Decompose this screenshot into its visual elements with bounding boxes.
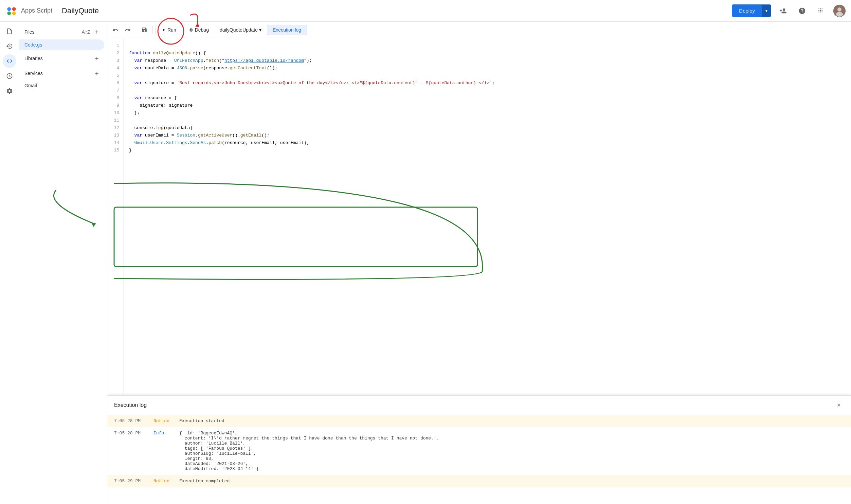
exec-log-entry-1: 7:05:28 PM Info { _id: 'BqgeoqEdwnAQ', c… bbox=[107, 427, 851, 475]
run-button-label: Run bbox=[167, 27, 176, 33]
svg-point-4 bbox=[12, 11, 16, 15]
add-library-button[interactable] bbox=[92, 54, 102, 63]
avatar-image bbox=[833, 5, 846, 17]
close-icon: × bbox=[837, 402, 841, 409]
files-label: Files bbox=[24, 29, 35, 35]
exec-message-1: { _id: 'BqgeoqEdwnAQ', content: 'I\'d ra… bbox=[179, 431, 844, 471]
redo-button[interactable] bbox=[122, 24, 133, 35]
main-layout: Files A↕Z Code.gs Libraries bbox=[0, 22, 851, 504]
line-num-8: 8 bbox=[107, 94, 123, 102]
add-person-icon bbox=[779, 7, 787, 15]
logo-area: Apps Script bbox=[5, 5, 52, 17]
exec-message-0: Execution started bbox=[179, 418, 844, 424]
apps-grid-icon bbox=[817, 7, 825, 15]
apps-script-logo bbox=[5, 5, 18, 17]
svg-point-7 bbox=[837, 7, 841, 12]
line-num-15: 15 bbox=[107, 147, 123, 154]
exec-level-0: Notice bbox=[153, 418, 174, 424]
line-num-9: 9 bbox=[107, 102, 123, 109]
line-num-1: 1 bbox=[107, 42, 123, 50]
add-service-icon bbox=[94, 71, 99, 76]
exec-log-title: Execution log bbox=[114, 402, 147, 408]
sidebar-item-code[interactable] bbox=[3, 54, 16, 68]
sidebar-item-history[interactable] bbox=[3, 39, 16, 53]
run-button[interactable]: Run bbox=[156, 25, 182, 35]
editor-toolbar: Run Debug dailyQuoteUpdate ▾ Execution l… bbox=[107, 22, 851, 38]
exec-log-close-button[interactable]: × bbox=[833, 400, 844, 411]
function-dropdown-arrow: ▾ bbox=[259, 27, 261, 33]
app-title: Apps Script bbox=[21, 7, 52, 14]
apps-grid-button[interactable] bbox=[814, 4, 828, 18]
code-icon bbox=[6, 58, 13, 65]
file-panel: Files A↕Z Code.gs Libraries bbox=[19, 22, 107, 504]
function-name-label: dailyQuoteUpdate bbox=[220, 27, 258, 33]
run-icon bbox=[161, 28, 166, 32]
sort-files-button[interactable]: A↕Z bbox=[81, 27, 91, 37]
line-num-14: 14 bbox=[107, 139, 123, 147]
line-num-10: 10 bbox=[107, 109, 123, 117]
sidebar-item-triggers[interactable] bbox=[3, 69, 16, 83]
line-num-4: 4 bbox=[107, 65, 123, 72]
execution-log-label: Execution log bbox=[273, 27, 301, 33]
services-section-header: Services bbox=[19, 65, 107, 80]
add-service-button[interactable] bbox=[92, 69, 102, 78]
exec-message-2: Execution completed bbox=[179, 479, 844, 484]
debug-button-label: Debug bbox=[195, 27, 209, 33]
add-library-icon bbox=[94, 56, 99, 61]
triggers-icon bbox=[6, 73, 13, 79]
execution-log-panel: Execution log × 7:05:28 PM Notice Execut… bbox=[107, 395, 851, 504]
execution-log-button[interactable]: Execution log bbox=[267, 25, 307, 35]
undo-button[interactable] bbox=[110, 24, 121, 35]
deploy-button[interactable]: Deploy ▾ bbox=[732, 4, 771, 17]
exec-log-entry-0: 7:05:28 PM Notice Execution started bbox=[107, 415, 851, 427]
exec-level-1: Info bbox=[153, 431, 174, 471]
file-item-code-gs[interactable]: Code.gs bbox=[19, 39, 104, 50]
gmail-label: Gmail bbox=[24, 83, 37, 88]
icon-sidebar bbox=[0, 22, 19, 504]
sidebar-item-settings[interactable] bbox=[3, 84, 16, 98]
line-num-12: 12 bbox=[107, 124, 123, 132]
svg-point-8 bbox=[836, 12, 843, 17]
editor-area: Run Debug dailyQuoteUpdate ▾ Execution l… bbox=[107, 22, 851, 504]
line-num-13: 13 bbox=[107, 132, 123, 139]
line-num-11: 11 bbox=[107, 117, 123, 124]
history-icon bbox=[6, 43, 13, 50]
exec-time-1: 7:05:28 PM bbox=[114, 431, 148, 471]
sidebar-item-files[interactable] bbox=[3, 24, 16, 38]
deploy-dropdown-arrow[interactable]: ▾ bbox=[762, 5, 771, 17]
libraries-section-header: Libraries bbox=[19, 50, 107, 65]
svg-rect-5 bbox=[10, 10, 13, 12]
toolbar-divider-1 bbox=[136, 26, 136, 34]
redo-icon bbox=[125, 27, 131, 33]
services-label: Services bbox=[24, 71, 43, 76]
save-icon bbox=[141, 27, 147, 33]
line-num-7: 7 bbox=[107, 87, 123, 94]
exec-time-0: 7:05:28 PM bbox=[114, 418, 148, 424]
settings-icon bbox=[6, 88, 13, 94]
project-name: DailyQuote bbox=[62, 6, 99, 15]
exec-log-entries: 7:05:28 PM Notice Execution started 7:05… bbox=[107, 415, 851, 504]
file-name: Code.gs bbox=[24, 42, 42, 48]
line-num-3: 3 bbox=[107, 57, 123, 65]
exec-level-2: Notice bbox=[153, 479, 174, 484]
line-num-5: 5 bbox=[107, 72, 123, 79]
add-icon bbox=[94, 29, 99, 35]
add-file-button[interactable] bbox=[92, 27, 102, 37]
gmail-service-item[interactable]: Gmail bbox=[19, 80, 107, 91]
save-button[interactable] bbox=[139, 24, 150, 35]
undo-icon bbox=[112, 27, 119, 33]
files-actions: A↕Z bbox=[81, 27, 102, 37]
add-user-button[interactable] bbox=[776, 4, 790, 18]
deploy-button-label[interactable]: Deploy bbox=[732, 4, 762, 17]
help-button[interactable] bbox=[795, 4, 809, 18]
help-icon bbox=[798, 7, 806, 15]
toolbar-divider-2 bbox=[152, 26, 153, 34]
files-icon bbox=[6, 28, 13, 35]
topbar: Apps Script DailyQuote Deploy ▾ bbox=[0, 0, 851, 22]
exec-log-header: Execution log × bbox=[107, 396, 851, 415]
line-num-2: 2 bbox=[107, 50, 123, 57]
function-selector[interactable]: dailyQuoteUpdate ▾ bbox=[216, 25, 266, 35]
exec-log-entry-2: 7:05:29 PM Notice Execution completed bbox=[107, 475, 851, 487]
avatar[interactable] bbox=[833, 5, 846, 17]
debug-button[interactable]: Debug bbox=[183, 25, 214, 35]
